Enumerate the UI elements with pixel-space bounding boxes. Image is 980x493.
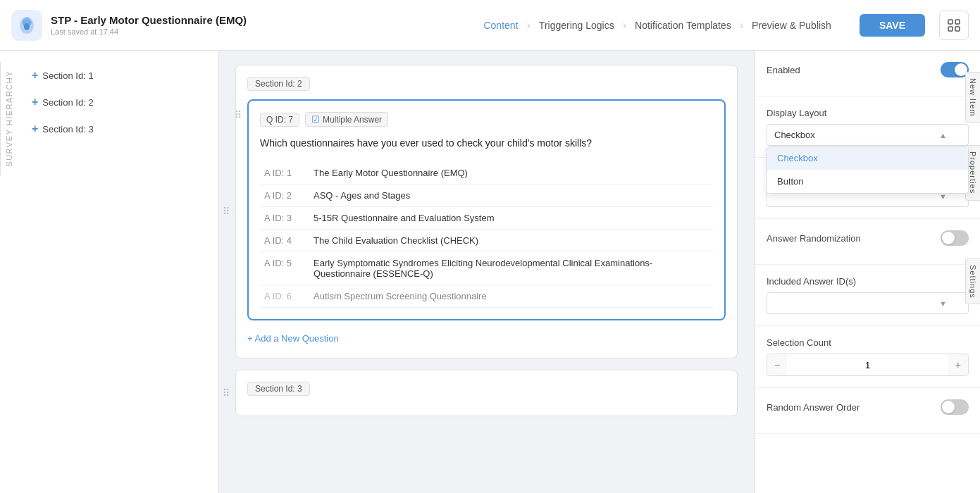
display-layout-label: Display Layout bbox=[767, 108, 969, 118]
add-question-label: + Add a New Question bbox=[247, 333, 339, 344]
title-block: STP - Early Motor Questionnaire (EMQ) La… bbox=[51, 14, 247, 36]
toggle-thumb-random bbox=[942, 401, 955, 413]
display-layout-select[interactable]: Checkbox ▲ bbox=[767, 124, 969, 146]
enabled-toggle[interactable] bbox=[941, 62, 969, 77]
sidebar-item-section-2[interactable]: + Section Id: 2 bbox=[18, 89, 218, 116]
answers-container: A ID: 1 The Early Motor Questionnaire (E… bbox=[260, 162, 713, 308]
question-header: Q ID: 7 ☑ Multiple Answer bbox=[260, 112, 713, 127]
answer-randomization-section: Answer Randomization bbox=[755, 219, 980, 265]
answer-text-1: The Early Motor Questionnaire (EMQ) bbox=[309, 162, 713, 185]
survey-hierarchy-label: Survey Hierarchy bbox=[0, 62, 18, 175]
enabled-row: Enabled bbox=[767, 62, 969, 77]
drag-handle-section-2[interactable]: ⠿ bbox=[223, 206, 230, 217]
section-3-badge: Section Id: 3 bbox=[247, 382, 310, 396]
question-wrapper: ⠿ Q ID: 7 ☑ Multiple Answer Which questi… bbox=[247, 99, 726, 320]
plus-icon-1: + bbox=[32, 69, 38, 82]
answer-randomization-row: Answer Randomization bbox=[767, 230, 969, 246]
svg-point-4 bbox=[22, 20, 26, 25]
checkbox-icon: ☑ bbox=[311, 114, 320, 125]
section-3-wrapper: ⠿ Section Id: 3 bbox=[235, 370, 738, 416]
dropdown-item-button[interactable]: Button bbox=[767, 170, 968, 193]
section-2-wrapper: ⠿ Section Id: 2 ⠿ Q ID: 7 ☑ Multiple Ans… bbox=[235, 65, 738, 358]
included-answer-ids-section: Included Answer ID(s) ▼ bbox=[755, 265, 980, 326]
svg-rect-8 bbox=[955, 27, 960, 31]
main-layout: Survey Hierarchy + Section Id: 1 + Secti… bbox=[0, 51, 980, 493]
selection-count-section: Selection Count − + bbox=[755, 326, 980, 388]
nav-content[interactable]: Content bbox=[475, 15, 526, 35]
answer-id-5: A ID: 5 bbox=[260, 251, 309, 285]
answer-text-5: Early Symptomatic Syndromes Eliciting Ne… bbox=[309, 251, 713, 285]
tab-new-item[interactable]: New Item bbox=[965, 72, 980, 123]
toggle-thumb-randomization bbox=[942, 232, 955, 244]
answer-text-3: 5-15R Questionnaire and Evaluation Syste… bbox=[309, 206, 713, 229]
enabled-label: Enabled bbox=[767, 65, 800, 75]
add-question-link[interactable]: + Add a New Question bbox=[247, 330, 726, 347]
included-answer-ids-value bbox=[774, 298, 777, 308]
sidebar-section-1-label: Section Id: 1 bbox=[42, 70, 93, 81]
nav-preview-publish[interactable]: Preview & Publish bbox=[743, 15, 840, 35]
random-answer-order-label: Random Answer Order bbox=[767, 402, 860, 413]
selection-count-value[interactable] bbox=[787, 355, 948, 375]
answer-id-2: A ID: 2 bbox=[260, 184, 309, 206]
grid-icon-button[interactable] bbox=[939, 11, 969, 40]
nav-triggering-logics[interactable]: Triggering Logics bbox=[531, 15, 623, 35]
drag-handle-question[interactable]: ⠿ bbox=[235, 109, 242, 120]
question-id-badge: Q ID: 7 bbox=[260, 113, 299, 127]
random-answer-order-toggle[interactable] bbox=[941, 399, 969, 415]
section-3-card: Section Id: 3 bbox=[235, 370, 738, 416]
svg-point-3 bbox=[27, 20, 32, 25]
answer-text-4: The Child Evaluation Checklist (CHECK) bbox=[309, 229, 713, 251]
sidebar-left: Survey Hierarchy + Section Id: 1 + Secti… bbox=[0, 51, 218, 493]
chevron-down-icon-3: ▼ bbox=[939, 299, 947, 308]
answer-randomization-label: Answer Randomization bbox=[767, 233, 861, 244]
question-type-badge: ☑ Multiple Answer bbox=[305, 112, 388, 127]
display-layout-select-wrapper: Checkbox ▲ Checkbox Button bbox=[767, 124, 969, 146]
selection-count-increment[interactable]: + bbox=[948, 354, 968, 375]
tab-settings[interactable]: Settings bbox=[965, 258, 980, 305]
answer-randomization-toggle[interactable] bbox=[941, 230, 969, 246]
sidebar-item-section-1[interactable]: + Section Id: 1 bbox=[18, 62, 218, 89]
app-logo bbox=[11, 10, 42, 41]
svg-rect-6 bbox=[955, 20, 960, 24]
included-answer-ids-select-wrapper: ▼ bbox=[767, 292, 969, 314]
plus-icon-2: + bbox=[32, 96, 38, 108]
page-title: STP - Early Motor Questionnaire (EMQ) bbox=[51, 14, 247, 26]
nav-notification-templates[interactable]: Notification Templates bbox=[626, 15, 740, 35]
question-text: Which questionnaires have you ever used … bbox=[260, 137, 713, 151]
sidebar-section-2-label: Section Id: 2 bbox=[42, 97, 93, 108]
svg-rect-7 bbox=[948, 27, 953, 31]
svg-rect-5 bbox=[948, 20, 953, 24]
display-layout-section: Display Layout Checkbox ▲ Checkbox Butto… bbox=[755, 96, 980, 158]
random-answer-order-section: Random Answer Order bbox=[755, 388, 980, 434]
main-content: ⠿ Section Id: 2 ⠿ Q ID: 7 ☑ Multiple Ans… bbox=[218, 51, 755, 493]
answer-text-2: ASQ - Ages and Stages bbox=[309, 184, 713, 206]
selection-count-label: Selection Count bbox=[767, 337, 969, 348]
section-2-card: Section Id: 2 ⠿ Q ID: 7 ☑ Multiple Answe… bbox=[235, 65, 738, 358]
random-answer-order-row: Random Answer Order bbox=[767, 399, 969, 415]
answer-id-4: A ID: 4 bbox=[260, 229, 309, 251]
sidebar-item-section-3[interactable]: + Section Id: 3 bbox=[18, 116, 218, 142]
last-saved: Last saved at 17:44 bbox=[51, 27, 247, 36]
drag-handle-section-3[interactable]: ⠿ bbox=[223, 387, 230, 399]
selection-count-decrement[interactable]: − bbox=[767, 354, 787, 375]
plus-icon-3: + bbox=[32, 123, 38, 135]
display-layout-value: Checkbox bbox=[774, 130, 815, 140]
answer-id-6: A ID: 6 bbox=[260, 285, 309, 307]
right-panel: Enabled Display Layout Checkbox ▲ Checkb… bbox=[755, 51, 980, 493]
answer-id-3: A ID: 3 bbox=[260, 206, 309, 229]
answer-row-2: A ID: 2 ASQ - Ages and Stages bbox=[260, 184, 713, 206]
topbar: STP - Early Motor Questionnaire (EMQ) La… bbox=[0, 0, 980, 51]
topbar-nav: Content › Triggering Logics › Notificati… bbox=[475, 15, 839, 35]
question-type-label: Multiple Answer bbox=[323, 115, 382, 125]
sidebar-section-3-label: Section Id: 3 bbox=[42, 124, 93, 135]
answer-row-4: A ID: 4 The Child Evaluation Checklist (… bbox=[260, 229, 713, 251]
enabled-section: Enabled bbox=[755, 51, 980, 96]
section-2-badge: Section Id: 2 bbox=[247, 77, 310, 91]
dropdown-item-checkbox[interactable]: Checkbox bbox=[767, 146, 968, 170]
included-answer-ids-select[interactable]: ▼ bbox=[767, 292, 969, 314]
answer-row-6: A ID: 6 Autism Spectrum Screening Questi… bbox=[260, 285, 713, 307]
included-answer-ids-label: Included Answer ID(s) bbox=[767, 276, 969, 287]
answer-text-6: Autism Spectrum Screening Questionnaire bbox=[309, 285, 713, 307]
save-button[interactable]: SAVE bbox=[860, 14, 925, 37]
answer-row-5: A ID: 5 Early Symptomatic Syndromes Elic… bbox=[260, 251, 713, 285]
